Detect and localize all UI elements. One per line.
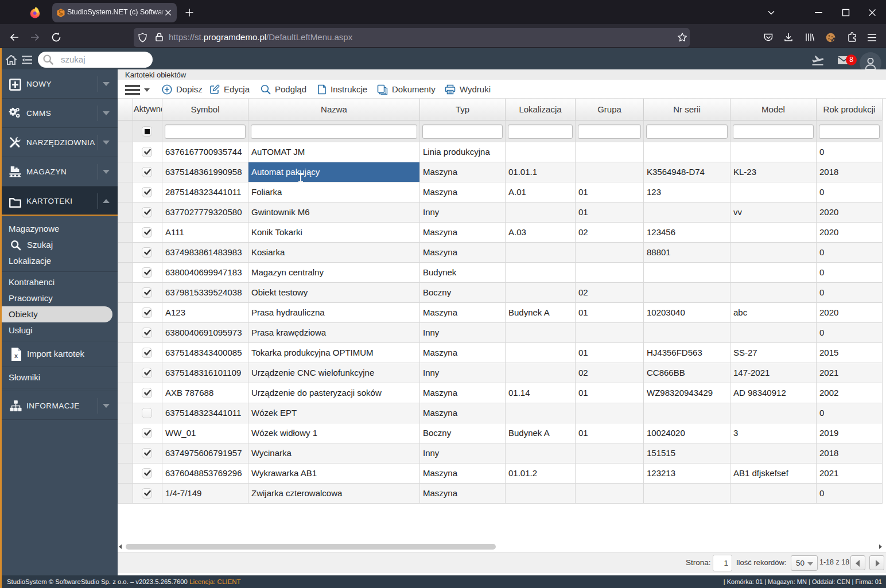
svg-text:x: x: [14, 352, 18, 359]
